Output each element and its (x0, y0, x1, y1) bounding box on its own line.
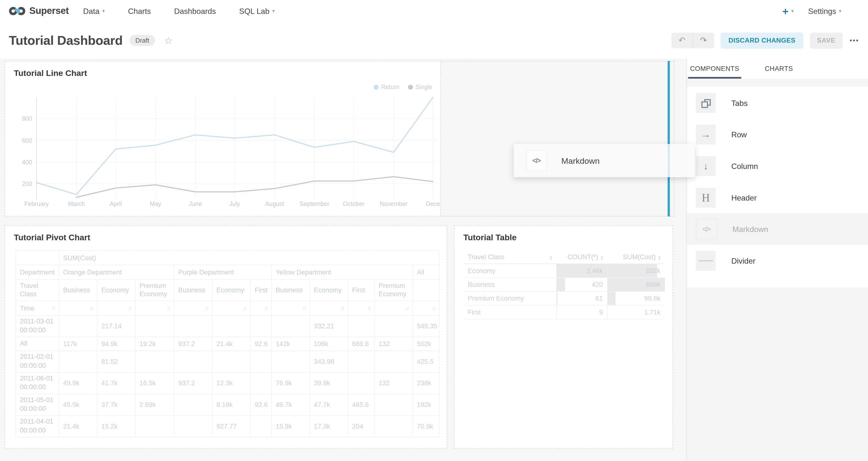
discard-changes-button[interactable]: DISCARD CHANGES (721, 32, 803, 49)
sort-icon[interactable]: ↓↑ (90, 305, 93, 311)
pivot-sort-cell[interactable]: ↓↑ (250, 301, 271, 315)
legend-dot (408, 85, 413, 89)
chart-title: Tutorial Line Chart (14, 68, 87, 78)
builder-sidebar: COMPONENTSCHARTS Tabs→Row↓ColumnHHeader<… (686, 59, 868, 461)
pivot-corner-cell (16, 250, 59, 265)
pivot-value-cell: 49.9k (59, 372, 97, 394)
settings-menu[interactable]: Settings ▾ (808, 7, 856, 16)
brand-name: Superset (29, 6, 69, 17)
divider-icon-tile (696, 250, 716, 270)
pivot-sort-cell[interactable]: ↓↑ (413, 301, 439, 315)
table-column-header-travel-class[interactable]: Travel Class▴▾ (463, 250, 556, 264)
pivot-sort-cell[interactable]: ↓↑ (59, 301, 97, 315)
nav-item-data[interactable]: Data▾ (83, 7, 105, 16)
pivot-value-cell (135, 351, 174, 372)
redo-button[interactable]: ↷ (693, 33, 714, 48)
component-item-column[interactable]: ↓Column (687, 150, 868, 182)
sort-icon[interactable]: ▴▾ (601, 255, 603, 260)
nav-item-dashboards[interactable]: Dashboards (174, 7, 216, 16)
tab-components[interactable]: COMPONENTS (688, 59, 741, 79)
pivot-value-cell: 76.9k (272, 372, 310, 394)
sort-icon[interactable]: ↓↑ (205, 305, 208, 311)
pivot-value-cell: 12.3k (212, 372, 250, 394)
tabs-icon-tile (696, 93, 716, 113)
pivot-sort-cell[interactable]: ↓↑ (97, 301, 135, 315)
legend-dot (374, 85, 379, 89)
sort-icon[interactable]: ▴▾ (658, 255, 660, 260)
component-item-row[interactable]: →Row (687, 119, 868, 150)
pivot-sort-cell[interactable]: ↓↑ (272, 301, 310, 315)
favorite-star-icon[interactable]: ☆ (164, 35, 173, 46)
pivot-value-cell (212, 315, 250, 337)
pivot-value-cell (174, 394, 212, 416)
legend-item-return[interactable]: Return (374, 84, 399, 90)
sort-icon[interactable]: ↓↑ (264, 305, 268, 311)
line-chart-card[interactable]: Tutorial Line Chart ReturnSingle 2004006… (4, 61, 441, 216)
pivot-value-cell: 15.2k (97, 416, 135, 437)
component-item-tabs[interactable]: Tabs (687, 87, 868, 119)
nav-item-charts[interactable]: Charts (128, 7, 151, 16)
pivot-value-cell: 47.7k (310, 394, 348, 416)
pivot-chart-card[interactable]: Tutorial Pivot Chart SUM(Cost)Department… (4, 225, 447, 449)
table-column-header-count[interactable]: COUNT(*)▴▾ (556, 250, 607, 264)
chevron-down-icon[interactable]: ▾ (792, 8, 794, 13)
pivot-value-cell (174, 351, 212, 372)
pivot-value-cell: 117k (59, 337, 97, 351)
sort-icon[interactable]: ↓↑ (243, 305, 247, 311)
pivot-value-cell: 92.6 (250, 337, 271, 351)
drag-ghost-markdown[interactable]: </> Markdown (514, 144, 695, 177)
pivot-value-cell (374, 394, 413, 416)
pivot-value-cell: 937.2 (174, 337, 212, 351)
pivot-sort-cell[interactable]: ↓↑ (135, 301, 174, 315)
pivot-value-cell: 465.6 (348, 394, 374, 416)
sort-icon[interactable]: ↓↑ (302, 305, 306, 311)
pivot-row-header: 2011-02-01 00:00:00 (16, 351, 59, 372)
sort-icon[interactable]: ↓↑ (405, 305, 409, 311)
travel-class-cell: Business (463, 278, 556, 291)
save-button[interactable]: SAVE (810, 32, 842, 49)
sort-icon[interactable]: ↓↑ (52, 304, 55, 310)
nav-item-sql-lab[interactable]: SQL Lab▾ (239, 7, 275, 16)
table-column-header-sum-cost[interactable]: SUM(Cost)▴▾ (608, 250, 665, 264)
sum-cost-cell: 99.8k (608, 291, 665, 305)
pivot-value-cell (59, 315, 97, 337)
legend-item-single[interactable]: Single (408, 84, 432, 90)
divider-icon (699, 260, 713, 261)
undo-button[interactable]: ↶ (671, 33, 693, 48)
tab-charts[interactable]: CHARTS (758, 59, 800, 79)
component-item-divider[interactable]: Divider (687, 245, 868, 277)
redo-icon: ↷ (700, 35, 707, 45)
pivot-sort-cell[interactable]: ↓↑ (212, 301, 250, 315)
pivot-sort-cell[interactable]: ↓↑ (374, 301, 413, 315)
pivot-dept-header: Yellow Department (272, 265, 413, 279)
sort-icon[interactable]: ↓↑ (340, 305, 344, 311)
pivot-value-cell (374, 315, 413, 337)
line-chart-svg: 200400600800FebruaryMarchAprilMayJuneJul… (5, 93, 440, 211)
svg-text:October: October (343, 200, 365, 207)
sort-icon[interactable]: ↓↑ (128, 305, 131, 311)
nav-item-label: Data (83, 7, 99, 16)
pivot-sort-cell[interactable]: ↓↑ (348, 301, 374, 315)
sort-icon[interactable]: ↓↑ (167, 305, 170, 311)
pivot-class-header (413, 279, 439, 301)
pivot-sort-cell[interactable]: ↓↑ (174, 301, 212, 315)
component-item-header[interactable]: HHeader (687, 182, 868, 213)
superset-logo[interactable]: Superset (9, 6, 69, 17)
sort-icon[interactable]: ↓↑ (367, 305, 370, 311)
pivot-class-header: Economy (212, 279, 250, 301)
pivot-sort-cell[interactable]: ↓↑ (310, 301, 348, 315)
draft-status-badge: Draft (129, 35, 155, 46)
count-cell: 9 (556, 305, 607, 319)
pivot-value-cell: 70.9k (413, 416, 439, 437)
more-options-button[interactable]: ••• (850, 36, 859, 44)
pivot-row-header: 2011-06-01 00:00:00 (16, 372, 59, 394)
pivot-time-label[interactable]: Time↓↑ (16, 301, 59, 315)
row-icon: → (701, 129, 711, 139)
pivot-value-cell: 502k (413, 337, 439, 351)
component-item-label: Row (731, 130, 747, 139)
sort-icon[interactable]: ↓↑ (432, 305, 435, 311)
sort-icon[interactable]: ▴▾ (550, 255, 552, 260)
component-item-markdown[interactable]: </>Markdown (687, 213, 868, 245)
add-new-button[interactable]: + (782, 6, 788, 16)
table-chart-card[interactable]: Tutorial Table Travel Class▴▾COUNT(*)▴▾S… (454, 225, 673, 449)
